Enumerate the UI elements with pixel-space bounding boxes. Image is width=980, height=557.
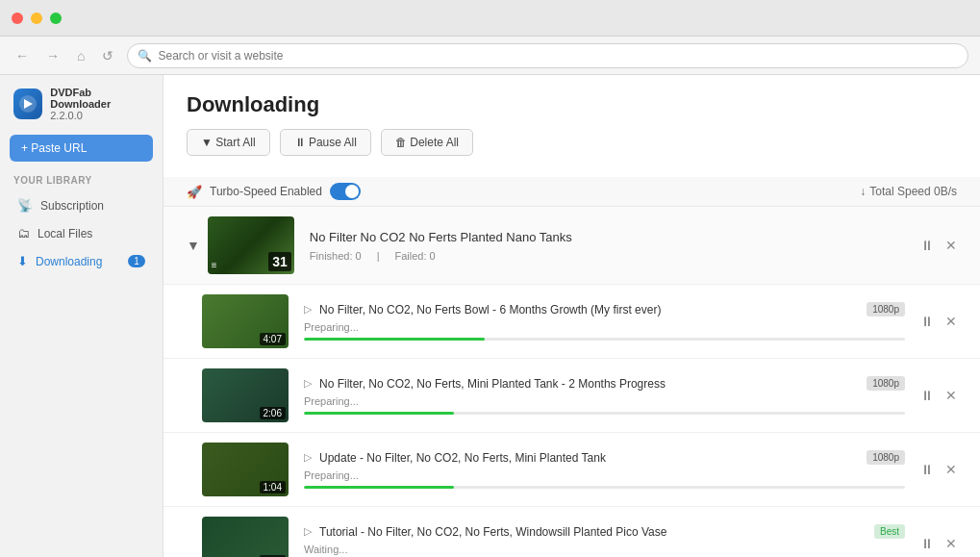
browser-toolbar: ← → ⌂ ↺ 🔍 xyxy=(0,37,980,75)
child-thumbnail-1: 4:07 xyxy=(202,294,289,348)
duration-1: 4:07 xyxy=(260,333,286,345)
child-status-1: Preparing... xyxy=(304,321,905,333)
pause-child-button-1[interactable]: ⏸ xyxy=(920,314,934,329)
video-icon-1: ▷ xyxy=(304,303,312,316)
app-name: DVDFab Downloader xyxy=(50,87,149,110)
title-bar xyxy=(0,0,980,37)
pause-child-button-4[interactable]: ⏸ xyxy=(920,536,934,551)
reload-button[interactable]: ↺ xyxy=(98,46,117,65)
delete-child-button-2[interactable]: ✕ xyxy=(945,388,957,403)
child-title-2: No Filter, No CO2, No Ferts, Mini Plante… xyxy=(319,377,859,391)
child-title-row-2: ▷ No Filter, No CO2, No Ferts, Mini Plan… xyxy=(304,376,905,391)
progress-bar-2 xyxy=(304,412,905,415)
child-controls-4: ⏸ ✕ xyxy=(920,536,957,551)
delete-child-button-4[interactable]: ✕ xyxy=(945,536,957,551)
delete-child-button-3[interactable]: ✕ xyxy=(945,462,957,477)
sidebar-item-local-files[interactable]: 🗂 Local Files xyxy=(4,219,159,247)
child-thumbnail-3: 1:04 xyxy=(202,443,289,496)
finished-count: Finished: 0 xyxy=(310,250,362,262)
sidebar-item-label: Local Files xyxy=(38,227,92,241)
maximize-button[interactable] xyxy=(50,13,62,24)
sidebar-item-label: Downloading xyxy=(36,255,102,268)
start-all-button[interactable]: ▼ Start All xyxy=(187,129,270,156)
child-title-4: Tutorial - No Filter, No CO2, No Ferts, … xyxy=(319,525,867,539)
thumb-count: 31 xyxy=(268,252,291,271)
duration-2: 2:06 xyxy=(260,407,286,419)
address-input[interactable] xyxy=(158,49,958,63)
child-title-1: No Filter, No CO2, No Ferts Bowl - 6 Mon… xyxy=(319,303,859,316)
progress-bar-1 xyxy=(304,338,905,341)
child-item-3: 1:04 ▷ Update - No Filter, No CO2, No Fe… xyxy=(163,433,980,507)
pause-all-button[interactable]: ⏸ Pause All xyxy=(280,129,371,156)
child-thumbnail-4: 4:58 xyxy=(202,517,289,557)
quality-badge-2: 1080p xyxy=(867,376,905,391)
failed-count: Failed: 0 xyxy=(395,250,436,262)
child-title-row-1: ▷ No Filter, No CO2, No Ferts Bowl - 6 M… xyxy=(304,302,905,316)
progress-fill-2 xyxy=(304,412,454,415)
child-controls-1: ⏸ ✕ xyxy=(920,314,957,329)
child-info-1: ▷ No Filter, No CO2, No Ferts Bowl - 6 M… xyxy=(289,302,920,341)
sidebar-item-label: Subscription xyxy=(40,199,104,213)
sidebar-item-downloading[interactable]: ⬇ Downloading 1 xyxy=(4,247,159,275)
delete-button[interactable]: ✕ xyxy=(945,238,957,253)
local-files-icon: 🗂 xyxy=(17,226,30,241)
list-icon: ≡ xyxy=(212,260,217,270)
quality-badge-4: Best xyxy=(874,524,905,539)
downloading-badge: 1 xyxy=(128,255,145,267)
page-title: Downloading xyxy=(187,92,957,117)
quality-badge-1: 1080p xyxy=(867,302,905,316)
parent-info: No Filter No CO2 No Ferts Planted Nano T… xyxy=(294,230,920,262)
app-icon xyxy=(13,89,42,119)
delete-all-button[interactable]: 🗑 Delete All xyxy=(381,129,473,156)
pause-child-button-2[interactable]: ⏸ xyxy=(920,388,934,403)
turbo-toggle[interactable] xyxy=(330,183,361,200)
close-button[interactable] xyxy=(12,13,23,24)
sidebar: DVDFab Downloader 2.2.0.0 + Paste URL YO… xyxy=(0,75,163,557)
parent-download-item: ▼ 31 ≡ No Filter No CO2 No Ferts Planted… xyxy=(163,207,980,285)
download-list: ▼ 31 ≡ No Filter No CO2 No Ferts Planted… xyxy=(163,207,980,557)
video-icon-3: ▷ xyxy=(304,451,312,464)
back-button[interactable]: ← xyxy=(12,46,33,65)
child-title-row-3: ▷ Update - No Filter, No CO2, No Ferts, … xyxy=(304,450,905,465)
page-header: Downloading ▼ Start All ⏸ Pause All 🗑 De… xyxy=(163,75,980,177)
child-item-1: 4:07 ▷ No Filter, No CO2, No Ferts Bowl … xyxy=(163,285,980,359)
child-title-3: Update - No Filter, No CO2, No Ferts, Mi… xyxy=(319,451,859,465)
child-thumbnail-2: 2:06 xyxy=(202,368,289,422)
library-section-label: YOUR LIBRARY xyxy=(0,175,163,191)
app-version: 2.2.0.0 xyxy=(50,110,149,121)
expand-button[interactable]: ▼ xyxy=(187,238,200,253)
progress-bar-3 xyxy=(304,486,905,489)
pause-button[interactable]: ⏸ xyxy=(920,238,934,253)
parent-controls: ⏸ ✕ xyxy=(920,238,957,253)
delete-child-button-1[interactable]: ✕ xyxy=(945,314,957,329)
parent-title: No Filter No CO2 No Ferts Planted Nano T… xyxy=(310,230,905,244)
pause-child-button-3[interactable]: ⏸ xyxy=(920,462,934,477)
minimize-button[interactable] xyxy=(31,13,42,24)
speed-value: Total Speed 0B/s xyxy=(869,185,957,198)
app-container: DVDFab Downloader 2.2.0.0 + Paste URL YO… xyxy=(0,75,980,557)
turbo-bar: 🚀 Turbo-Speed Enabled ↓ Total Speed 0B/s xyxy=(163,177,980,207)
video-icon-4: ▷ xyxy=(304,525,312,538)
parent-stats: Finished: 0 | Failed: 0 xyxy=(310,250,905,262)
child-status-3: Preparing... xyxy=(304,469,905,481)
child-info-4: ▷ Tutorial - No Filter, No CO2, No Ferts… xyxy=(289,524,920,557)
app-name-block: DVDFab Downloader 2.2.0.0 xyxy=(50,87,149,121)
child-controls-2: ⏸ ✕ xyxy=(920,388,957,403)
progress-fill-3 xyxy=(304,486,454,489)
home-button[interactable]: ⌂ xyxy=(73,46,88,65)
child-status-2: Preparing... xyxy=(304,395,905,407)
child-info-3: ▷ Update - No Filter, No CO2, No Ferts, … xyxy=(289,450,920,489)
sidebar-item-subscription[interactable]: 📡 Subscription xyxy=(4,191,159,219)
address-bar[interactable]: 🔍 xyxy=(127,43,968,68)
paste-url-button[interactable]: + Paste URL xyxy=(10,135,153,162)
child-controls-3: ⏸ ✕ xyxy=(920,462,957,477)
child-title-row-4: ▷ Tutorial - No Filter, No CO2, No Ferts… xyxy=(304,524,905,539)
toolbar: ▼ Start All ⏸ Pause All 🗑 Delete All xyxy=(187,129,957,156)
speed-info: ↓ Total Speed 0B/s xyxy=(860,185,957,198)
subscription-icon: 📡 xyxy=(17,198,33,213)
parent-thumbnail: 31 ≡ xyxy=(208,216,294,274)
turbo-label: Turbo-Speed Enabled xyxy=(210,185,322,198)
forward-button[interactable]: → xyxy=(42,46,63,65)
duration-3: 1:04 xyxy=(260,481,286,494)
child-info-2: ▷ No Filter, No CO2, No Ferts, Mini Plan… xyxy=(289,376,920,415)
